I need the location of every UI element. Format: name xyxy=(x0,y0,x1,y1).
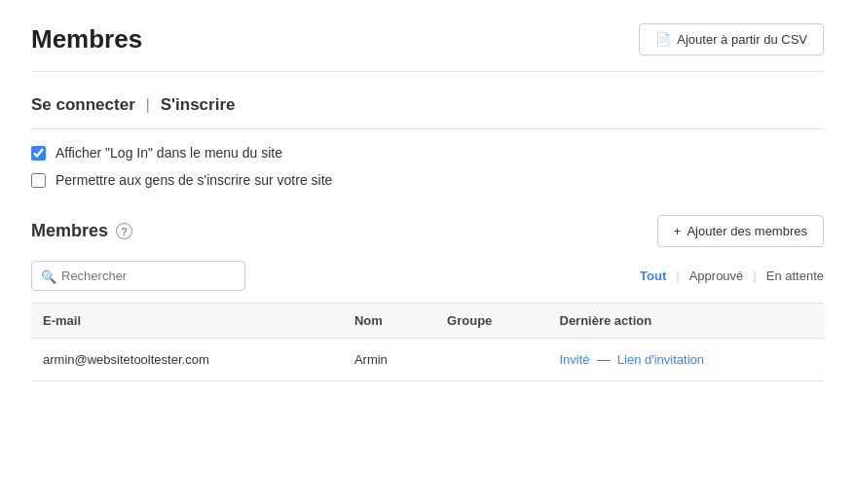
cell-email: armin@websitetooltester.com xyxy=(31,339,343,381)
search-icon: 🔍 xyxy=(41,269,56,283)
csv-button-label: Ajouter à partir du CSV xyxy=(677,32,807,47)
col-groupe: Groupe xyxy=(435,304,547,339)
filter-tab-tout[interactable]: Tout xyxy=(640,269,666,283)
register-title-part2: S'inscrire xyxy=(161,95,236,114)
cell-derniere-action: Invité — Lien d'invitation xyxy=(548,339,825,381)
filter-tab-en-attente[interactable]: En attente xyxy=(766,269,824,283)
add-plus-icon: + xyxy=(674,224,682,238)
action-dash: — xyxy=(597,352,610,367)
add-members-button[interactable]: + Ajouter des membres xyxy=(657,215,824,247)
add-csv-button[interactable]: 📄 Ajouter à partir du CSV xyxy=(639,23,824,55)
allow-signup-checkbox-item[interactable]: Permettre aux gens de s'inscrire sur vot… xyxy=(31,172,824,188)
members-table-wrapper: E-mail Nom Groupe Dernière action armin@… xyxy=(31,303,824,381)
members-section-title: Membres ? xyxy=(31,221,132,241)
allow-signup-checkbox[interactable] xyxy=(31,173,46,188)
title-separator: | xyxy=(146,95,150,114)
filter-separator-2: | xyxy=(753,269,756,283)
cell-nom: Armin xyxy=(343,339,435,381)
show-login-checkbox-item[interactable]: Afficher "Log In" dans le menu du site xyxy=(31,145,824,161)
show-login-label: Afficher "Log In" dans le menu du site xyxy=(56,145,282,161)
show-login-checkbox[interactable] xyxy=(31,146,46,161)
login-section-divider xyxy=(31,128,824,129)
login-title-part1: Se connecter xyxy=(31,95,135,114)
page-header: Membres 📄 Ajouter à partir du CSV xyxy=(31,23,824,72)
page-title: Membres xyxy=(31,24,142,54)
search-wrapper: 🔍 xyxy=(31,261,245,291)
members-title: Membres xyxy=(31,221,108,241)
filter-tabs: Tout | Approuvé | En attente xyxy=(640,269,824,283)
col-action: Dernière action xyxy=(548,304,825,339)
allow-signup-label: Permettre aux gens de s'inscrire sur vot… xyxy=(56,172,332,188)
login-section: Se connecter | S'inscrire Afficher "Log … xyxy=(31,95,824,188)
col-email: E-mail xyxy=(31,304,343,339)
page-container: Membres 📄 Ajouter à partir du CSV Se con… xyxy=(0,0,855,405)
table-header-row: E-mail Nom Groupe Dernière action xyxy=(31,304,824,339)
table-row: armin@websitetooltester.com Armin Invité… xyxy=(31,339,824,381)
members-table: E-mail Nom Groupe Dernière action armin@… xyxy=(31,304,824,381)
filter-separator-1: | xyxy=(676,269,679,283)
login-section-title: Se connecter | S'inscrire xyxy=(31,95,824,115)
action-link[interactable]: Lien d'invitation xyxy=(617,352,704,367)
members-section-header: Membres ? + Ajouter des membres xyxy=(31,215,824,247)
col-nom: Nom xyxy=(343,304,435,339)
search-input[interactable] xyxy=(31,261,245,291)
cell-groupe xyxy=(435,339,547,381)
filter-tab-approuve[interactable]: Approuvé xyxy=(689,269,744,283)
upload-icon: 📄 xyxy=(655,32,671,47)
help-icon[interactable]: ? xyxy=(116,223,132,239)
checkbox-group: Afficher "Log In" dans le menu du site P… xyxy=(31,145,824,188)
filter-row: 🔍 Tout | Approuvé | En attente xyxy=(31,261,824,291)
action-text: Invité xyxy=(560,352,590,367)
add-members-label: Ajouter des membres xyxy=(687,224,807,238)
